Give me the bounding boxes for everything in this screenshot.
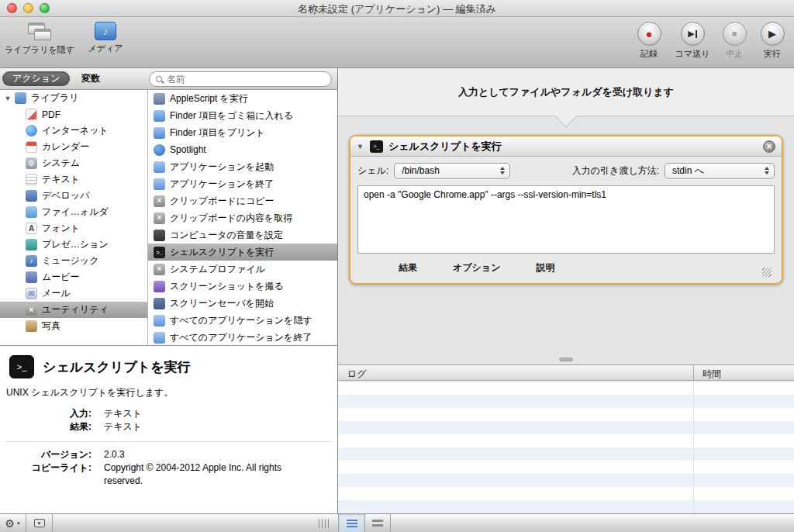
search-icon [156, 76, 162, 82]
action-item-spotlight[interactable]: Spotlight [148, 141, 337, 158]
run-icon: ▶ [768, 29, 776, 39]
application-icon [154, 332, 165, 344]
library-item-presentations[interactable]: プレゼ…ション [0, 237, 147, 253]
action-item-run-applescript[interactable]: AppleScript を実行 [148, 90, 337, 107]
library-item-label: インターネット [42, 124, 109, 137]
action-item-label: スクリーンセーバを開始 [170, 297, 274, 310]
action-item-system-profile[interactable]: ×システムプロファイル [148, 261, 337, 278]
library-item-developer[interactable]: デベロッパ [0, 188, 147, 204]
search-input[interactable] [167, 73, 325, 85]
description-toggle[interactable]: 説明 [536, 261, 554, 275]
action-item-label: アプリケーションを終了 [170, 178, 274, 191]
input-value: テキスト [104, 407, 142, 420]
library-item-calendar[interactable]: カレンダー [0, 139, 147, 155]
library-item-mail[interactable]: ✉メール [0, 285, 147, 302]
library-item-label: ユーティリティ [42, 303, 109, 316]
action-item-label: クリップボードの内容を取得 [170, 212, 292, 225]
action-menu-button[interactable]: ⚙ ▼ [0, 514, 26, 532]
hide-library-button[interactable]: ライブラリを隠す [6, 22, 73, 56]
library-item-movies[interactable]: ムービー [0, 269, 147, 285]
log-header-divider [693, 365, 694, 380]
step-button[interactable]: ▶ コマ送り [675, 22, 709, 60]
shell-label: シェル: [357, 164, 388, 178]
record-button[interactable]: ● 記録 [632, 22, 666, 60]
font-icon: A [26, 223, 37, 234]
library-root-label: ライブラリ [31, 92, 78, 105]
media-icon: ♪ [95, 22, 116, 40]
library-item-internet[interactable]: インターネット [0, 123, 147, 139]
action-item-set-computer-volume[interactable]: コンピュータの音量を設定 [148, 226, 337, 244]
version-label: バージョン: [0, 448, 91, 461]
library-item-text[interactable]: テキスト [0, 171, 147, 188]
run-button[interactable]: ▶ 実行 [755, 22, 789, 60]
tab-actions[interactable]: アクション [2, 71, 70, 86]
action-item-take-screenshot[interactable]: スクリーンショットを撮る [148, 278, 337, 295]
action-item-move-finder-items-to-trash[interactable]: Finder 項目をゴミ箱に入れる [148, 107, 337, 124]
column-resize-handle[interactable] [319, 519, 329, 528]
library-item-pdf[interactable]: PDF [0, 106, 147, 123]
run-label: 実行 [764, 48, 781, 60]
disclosure-triangle-icon[interactable]: ▼ [4, 95, 12, 102]
log-list[interactable] [338, 382, 794, 513]
gear-icon: ⚙ [5, 518, 15, 529]
library-item-photos[interactable]: 写真 [0, 318, 147, 334]
workflow-view-toggle[interactable] [338, 514, 364, 532]
library-item-music[interactable]: ♪ミュージック [0, 253, 147, 269]
action-item-label: Spotlight [170, 144, 206, 155]
library-root-row[interactable]: ▼ ライブラリ [0, 90, 147, 106]
presentation-icon [26, 239, 37, 250]
action-item-label: すべてのアプリケーションを終了 [170, 331, 312, 344]
finder-icon [154, 127, 165, 139]
action-item-launch-application[interactable]: アプリケーションを起動 [148, 158, 337, 175]
log-splitter[interactable] [338, 354, 794, 364]
action-item-run-shell-script[interactable]: >_シェルスクリプトを実行 [148, 244, 337, 261]
application-icon [154, 161, 165, 173]
action-item-label: アプリケーションを起動 [170, 161, 274, 174]
search-field[interactable] [149, 71, 332, 87]
stop-icon: ■ [732, 29, 737, 38]
actions-list: AppleScript を実行 Finder 項目をゴミ箱に入れる Finder… [148, 90, 337, 345]
resize-grip[interactable] [762, 268, 772, 277]
run-circle: ▶ [761, 22, 785, 46]
calendar-icon [26, 141, 37, 153]
action-item-start-screen-saver[interactable]: スクリーンセーバを開始 [148, 295, 337, 312]
workflow-canvas: 入力としてファイルやフォルダを受け取ります ▼ >_ シェルスクリプトを実行 ×… [338, 68, 794, 513]
gear-icon: ⚙ [26, 157, 37, 169]
library-item-utilities[interactable]: ×ユーティリティ [0, 302, 147, 318]
library-item-fonts[interactable]: Aフォント [0, 220, 147, 237]
spotlight-icon [154, 144, 165, 156]
action-item-quit-all-applications[interactable]: すべてのアプリケーションを終了 [148, 329, 337, 345]
media-button[interactable]: ♪ メディア [82, 22, 129, 54]
action-block-header[interactable]: ▼ >_ シェルスクリプトを実行 × [350, 136, 782, 157]
pass-input-popup[interactable]: stdin へ [665, 163, 775, 179]
remove-action-button[interactable]: × [763, 140, 775, 153]
script-editor[interactable]: open -a "Google Chrome.app" --args --ssl… [357, 185, 775, 254]
tab-variables[interactable]: 変数 [71, 71, 110, 86]
shell-popup[interactable]: /bin/bash [394, 163, 510, 179]
titlebar: 名称未設定 (アプリケーション) — 編集済み [0, 0, 794, 17]
results-toggle[interactable]: 結果 [399, 261, 417, 275]
clipboard-icon: × [154, 195, 165, 207]
action-item-copy-to-clipboard[interactable]: ×クリップボードにコピー [148, 192, 337, 209]
options-toggle[interactable]: オプション [453, 261, 500, 275]
log-view-toggle[interactable] [364, 514, 391, 532]
toggle-description-button[interactable]: ▼ [26, 514, 53, 532]
action-item-label: コンピュータの音量を設定 [170, 229, 283, 242]
library-item-files-folders[interactable]: ファイ…ォルダ [0, 204, 147, 220]
applescript-icon [154, 93, 165, 105]
workflow-input-hint: 入力としてファイルやフォルダを受け取ります [458, 85, 674, 99]
disclosure-triangle-icon[interactable]: ▼ [357, 143, 364, 150]
description-input-row: 入力: テキスト [0, 407, 338, 420]
stop-button[interactable]: ■ 中止 [717, 22, 751, 60]
copyright-value: Copyright © 2004-2012 Apple Inc. All rig… [104, 461, 321, 488]
action-block-footer: 結果 オプション 説明 [357, 254, 775, 280]
action-item-quit-application[interactable]: アプリケーションを終了 [148, 175, 337, 192]
application-icon [154, 315, 165, 326]
input-label: 入力: [0, 407, 91, 420]
action-item-get-clipboard-contents[interactable]: ×クリップボードの内容を取得 [148, 209, 337, 226]
pdf-icon [26, 109, 37, 120]
action-item-print-finder-items[interactable]: Finder 項目をプリント [148, 124, 337, 141]
action-item-hide-all-applications[interactable]: すべてのアプリケーションを隠す [148, 312, 337, 329]
library-item-system[interactable]: ⚙システム [0, 155, 147, 171]
action-description-panel: >_ シェルスクリプトを実行 UNIX シェルスクリプトを実行します。 入力: … [0, 346, 338, 513]
